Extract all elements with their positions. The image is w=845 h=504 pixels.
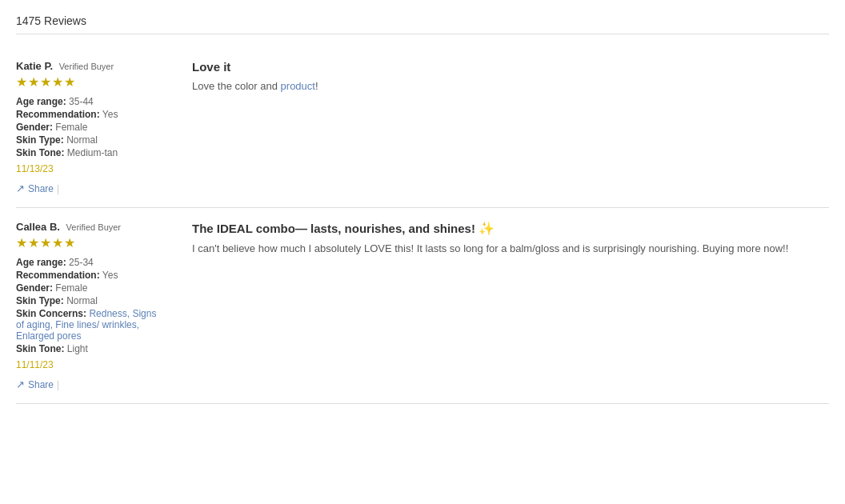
review-date: 11/13/23 [16,163,176,174]
recommendation-value: Yes [102,270,118,281]
review-content: Love it Love the color and product! [176,60,829,194]
review-title-text: The IDEAL combo— lasts, nourishes, and s… [192,222,479,235]
share-button[interactable]: ↗ Share | [16,182,176,194]
star-rating: ★★★★★ [16,74,176,90]
gender-row: Gender: Female [16,122,176,133]
recommendation-label: Recommendation: [16,109,100,120]
skin-tone-label: Skin Tone: [16,147,64,158]
age-range-label: Age range: [16,257,66,268]
skin-type-value: Normal [66,134,98,146]
recommendation-row: Recommendation: Yes [16,109,176,120]
share-label: Share [28,379,54,390]
reviewer-name: Katie P. [16,60,53,72]
gender-label: Gender: [16,122,53,133]
recommendation-row: Recommendation: Yes [16,270,176,281]
gender-row: Gender: Female [16,282,176,294]
review-text-link[interactable]: product [281,80,315,92]
recommendation-label: Recommendation: [16,270,100,281]
skin-type-row: Skin Type: Normal [16,134,176,146]
verified-badge: Verified Buyer [66,222,121,232]
reviewer-info: Callea B. Verified Buyer ★★★★★ Age range… [16,221,176,390]
review-content: The IDEAL combo— lasts, nourishes, and s… [176,221,829,390]
share-button[interactable]: ↗ Share | [16,378,176,390]
share-icon: ↗ [16,378,25,390]
reviews-count-header: 1475 Reviews [16,8,829,34]
skin-tone-value: Medium-tan [67,147,118,158]
gender-value: Female [55,282,87,294]
reviews-page: 1475 Reviews Katie P. Verified Buyer ★★★… [0,0,845,412]
age-range-value: 35-44 [69,96,94,107]
review-title: Love it [192,60,829,74]
share-label: Share [28,183,54,194]
review-body: I can't believe how much I absolutely LO… [192,241,829,257]
recommendation-value: Yes [102,109,118,120]
skin-type-row: Skin Type: Normal [16,295,176,306]
review-date: 11/11/23 [16,359,176,370]
skin-type-value: Normal [66,295,98,306]
skin-tone-row: Skin Tone: Light [16,343,176,354]
age-range-row: Age range: 25-34 [16,257,176,268]
skin-tone-row: Skin Tone: Medium-tan [16,147,176,158]
share-icon: ↗ [16,182,25,194]
star-rating: ★★★★★ [16,235,176,250]
reviewer-meta: Age range: 35-44 Recommendation: Yes Gen… [16,96,176,158]
share-divider: | [57,183,59,194]
age-range-value: 25-34 [69,257,94,268]
gender-value: Female [55,122,87,133]
review-body: Love the color and product! [192,78,829,94]
reviewer-meta: Age range: 25-34 Recommendation: Yes Gen… [16,257,176,354]
reviewer-info: Katie P. Verified Buyer ★★★★★ Age range:… [16,60,176,194]
age-range-row: Age range: 35-44 [16,96,176,107]
review-item: Katie P. Verified Buyer ★★★★★ Age range:… [16,47,829,208]
skin-concerns-row: Skin Concerns: Redness, Signsof aging, F… [16,308,176,342]
gender-label: Gender: [16,282,53,294]
skin-tone-value: Light [67,343,88,354]
age-range-label: Age range: [16,96,66,107]
review-title: The IDEAL combo— lasts, nourishes, and s… [192,221,829,236]
reviewer-name: Callea B. [16,221,60,233]
review-body-text: I can't believe how much I absolutely LO… [192,242,788,254]
reviews-count-text: 1475 Reviews [16,14,86,27]
skin-type-label: Skin Type: [16,134,64,146]
skin-type-label: Skin Type: [16,295,64,306]
sparkle-icon: ✨ [479,222,495,235]
skin-tone-label: Skin Tone: [16,343,64,354]
share-divider: | [57,379,59,390]
review-item: Callea B. Verified Buyer ★★★★★ Age range… [16,208,829,404]
review-text-part2: ! [315,80,318,92]
review-text-part1: Love the color and [192,80,281,92]
verified-badge: Verified Buyer [59,62,114,71]
skin-concerns-label: Skin Concerns: [16,308,86,319]
